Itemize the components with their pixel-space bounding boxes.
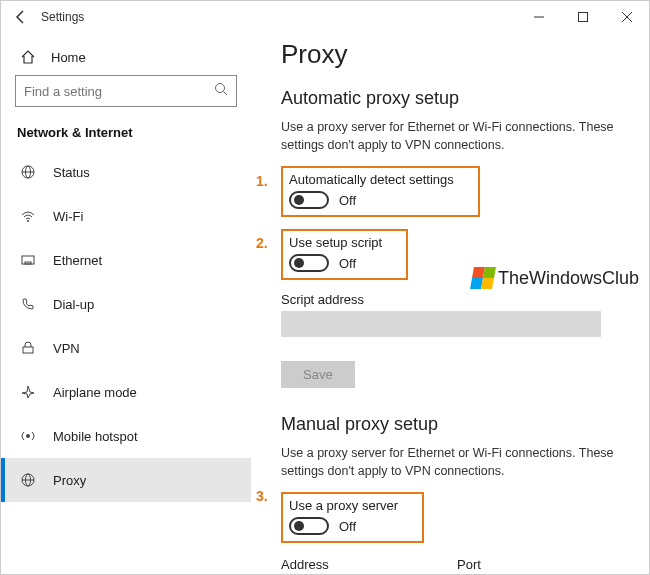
phone-icon [17, 296, 39, 312]
maximize-icon [578, 12, 588, 22]
setup-script-state: Off [339, 256, 356, 271]
setup-script-toggle[interactable] [289, 254, 329, 272]
address-label: Address [281, 557, 441, 572]
sidebar-item-wifi[interactable]: Wi-Fi [1, 194, 251, 238]
sidebar-item-ethernet[interactable]: Ethernet [1, 238, 251, 282]
close-button[interactable] [605, 1, 649, 33]
svg-rect-11 [25, 262, 31, 264]
sidebar-item-dialup[interactable]: Dial-up [1, 282, 251, 326]
search-icon [214, 82, 228, 100]
sidebar-item-label: Wi-Fi [53, 209, 83, 224]
use-proxy-state: Off [339, 519, 356, 534]
sidebar-item-hotspot[interactable]: Mobile hotspot [1, 414, 251, 458]
ethernet-icon [17, 252, 39, 268]
sidebar-item-label: Dial-up [53, 297, 94, 312]
sidebar-item-status[interactable]: Status [1, 150, 251, 194]
arrow-left-icon [13, 9, 29, 25]
wifi-icon [17, 208, 39, 224]
sidebar-item-label: Mobile hotspot [53, 429, 138, 444]
svg-rect-1 [579, 13, 588, 22]
window-title: Settings [41, 10, 84, 24]
sidebar-home[interactable]: Home [1, 41, 251, 75]
auto-description: Use a proxy server for Ethernet or Wi-Fi… [281, 119, 621, 154]
sidebar-item-label: Ethernet [53, 253, 102, 268]
sidebar-item-label: Airplane mode [53, 385, 137, 400]
vpn-icon [17, 340, 39, 356]
sidebar: Home Network & Internet Status Wi [1, 33, 251, 574]
script-address-input[interactable] [281, 311, 601, 337]
sidebar-item-label: Proxy [53, 473, 86, 488]
content-pane: Proxy Automatic proxy setup Use a proxy … [251, 33, 649, 574]
hotspot-icon [17, 428, 39, 444]
use-proxy-setting: Use a proxy server Off [281, 492, 424, 543]
svg-rect-10 [22, 256, 34, 264]
sidebar-item-vpn[interactable]: VPN [1, 326, 251, 370]
svg-point-13 [26, 434, 30, 438]
port-label: Port [457, 557, 543, 572]
auto-detect-setting: Automatically detect settings Off [281, 166, 480, 217]
use-proxy-label: Use a proxy server [289, 498, 398, 513]
back-button[interactable] [7, 3, 35, 31]
section-heading-manual: Manual proxy setup [281, 414, 649, 435]
home-icon [17, 49, 39, 65]
titlebar: Settings [1, 1, 649, 33]
maximize-button[interactable] [561, 1, 605, 33]
setup-script-label: Use setup script [289, 235, 382, 250]
setup-script-setting: Use setup script Off [281, 229, 408, 280]
windows-logo-icon [470, 267, 496, 289]
minimize-icon [534, 12, 544, 22]
sidebar-item-proxy[interactable]: Proxy [1, 458, 251, 502]
sidebar-section-title: Network & Internet [1, 121, 251, 150]
script-address-label: Script address [281, 292, 649, 307]
sidebar-item-label: VPN [53, 341, 80, 356]
sidebar-item-label: Status [53, 165, 90, 180]
manual-description: Use a proxy server for Ethernet or Wi-Fi… [281, 445, 621, 480]
close-icon [622, 12, 632, 22]
annotation-1: 1. [256, 173, 268, 189]
page-title: Proxy [281, 39, 649, 70]
svg-rect-12 [23, 347, 33, 353]
svg-point-9 [27, 220, 29, 222]
annotation-2: 2. [256, 235, 268, 251]
annotation-3: 3. [256, 488, 268, 504]
sidebar-home-label: Home [51, 50, 86, 65]
section-heading-auto: Automatic proxy setup [281, 88, 649, 109]
search-box[interactable] [15, 75, 237, 107]
globe-icon [17, 164, 39, 180]
use-proxy-toggle[interactable] [289, 517, 329, 535]
watermark-text: TheWindowsClub [498, 268, 639, 289]
sidebar-item-airplane[interactable]: Airplane mode [1, 370, 251, 414]
auto-detect-toggle[interactable] [289, 191, 329, 209]
sidebar-nav: Status Wi-Fi Ethernet Dial-up VPN [1, 150, 251, 574]
globe-icon [17, 472, 39, 488]
search-input[interactable] [24, 84, 214, 99]
svg-line-5 [224, 92, 228, 96]
auto-detect-state: Off [339, 193, 356, 208]
save-button[interactable]: Save [281, 361, 355, 388]
watermark: TheWindowsClub [472, 267, 639, 289]
svg-point-4 [216, 84, 225, 93]
auto-detect-label: Automatically detect settings [289, 172, 454, 187]
airplane-icon [17, 384, 39, 400]
minimize-button[interactable] [517, 1, 561, 33]
